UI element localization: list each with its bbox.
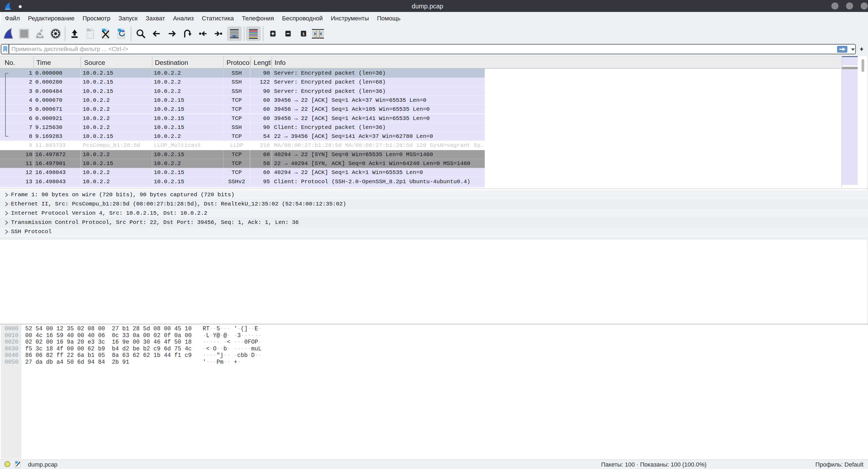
svg-text:1: 1	[302, 31, 305, 36]
svg-text:01110: 01110	[88, 36, 94, 38]
